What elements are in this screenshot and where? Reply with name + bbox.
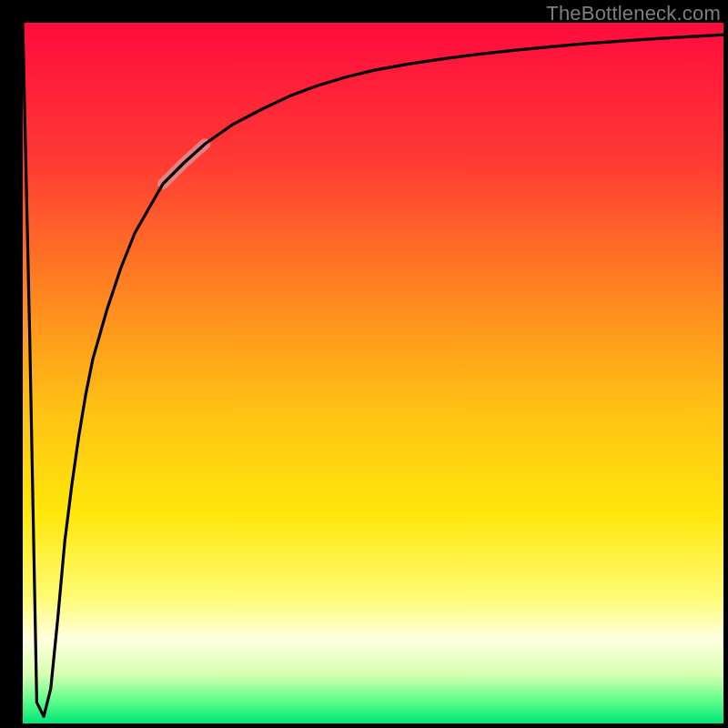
- chart-svg: [23, 23, 723, 723]
- gradient-background: [23, 23, 723, 723]
- plot-area: [23, 23, 723, 723]
- watermark-text: TheBottleneck.com: [546, 2, 721, 25]
- chart-container: TheBottleneck.com: [0, 0, 728, 728]
